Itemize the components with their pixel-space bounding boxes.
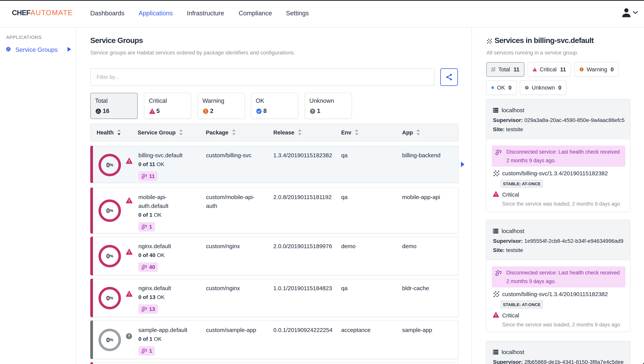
svg-text:?: ? [526, 86, 528, 89]
svg-text:?: ? [128, 334, 130, 338]
svg-text:?: ? [312, 109, 314, 113]
